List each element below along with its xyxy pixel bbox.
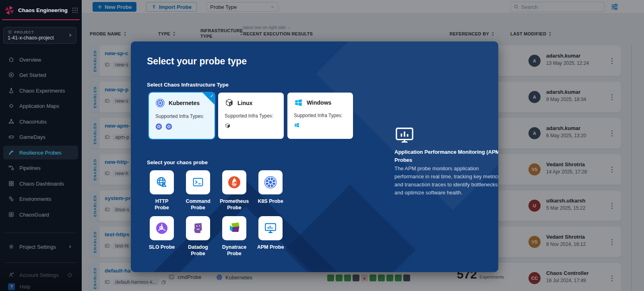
- help-icon: ?: [8, 283, 15, 290]
- sidebar-item-help[interactable]: ? Help: [8, 283, 31, 290]
- kubernetes-icon: [155, 98, 165, 108]
- lock-shield-icon: [8, 211, 14, 218]
- probe-tile-datadog[interactable]: Datadog Probe: [180, 216, 216, 257]
- sidebar-item-chaosguard[interactable]: ChaosGuard: [3, 208, 78, 221]
- project-name: 1-41-x-chaos-project: [8, 35, 72, 41]
- infra-section-label: Select Chaos Infrastructure Type: [147, 82, 229, 88]
- probe-tiles-row-1: HTTP Probe Command Probe Prometheus Prob…: [144, 170, 288, 211]
- info-icon: [67, 272, 72, 278]
- sidebar-item-chaoshubs[interactable]: ChaosHubs: [3, 115, 78, 128]
- project-selector[interactable]: PROJECT 1-41-x-chaos-project: [3, 27, 76, 44]
- terminal-icon: [186, 170, 210, 194]
- supported-infra-icons: [294, 122, 347, 128]
- sidebar-item-chaos-experiments[interactable]: Chaos Experiments: [3, 84, 78, 97]
- probe-tile-slo[interactable]: SLO Probe: [144, 216, 180, 257]
- windows-icon: [294, 122, 300, 128]
- account-gear-icon: [8, 272, 14, 278]
- probe-detail-title: Application Performance Monitoring (APM)…: [394, 148, 498, 164]
- gear-icon: [8, 244, 14, 250]
- apm-monitor-icon: [258, 216, 283, 240]
- kubernetes-icon: [155, 123, 162, 130]
- chevron-right-icon: [68, 244, 72, 249]
- sidebar-item-pipelines[interactable]: Pipelines: [3, 161, 78, 175]
- project-cube-icon: [8, 30, 12, 34]
- infra-card-kubernetes[interactable]: ✓ Kubernetes Supported Infra Types:: [149, 93, 215, 139]
- prometheus-icon: [222, 170, 246, 194]
- probe-tile-prometheus[interactable]: Prometheus Probe: [217, 170, 252, 211]
- dynatrace-icon: [222, 216, 246, 240]
- flask-icon: [8, 87, 14, 94]
- sidebar-item-overview[interactable]: Overview: [3, 53, 78, 66]
- supported-infra-icons: [225, 123, 277, 129]
- probe-tile-dynatrace[interactable]: Dynatrace Probe: [217, 216, 252, 257]
- apm-monitor-icon-large: [394, 126, 415, 146]
- supported-infra-icons: [155, 123, 208, 130]
- probe-tile-k8s[interactable]: K8S Probe: [253, 170, 288, 211]
- play-circle-icon: [8, 72, 14, 78]
- linux-icon: [225, 123, 231, 129]
- kubernetes-icon: [258, 170, 283, 194]
- sidebar-item-project-settings[interactable]: Project Settings: [3, 240, 78, 254]
- sidebar-divider: [4, 233, 76, 233]
- project-label: PROJECT: [14, 30, 34, 34]
- sidebar: Chaos Engineering PROJECT 1-41-x-chaos-p…: [0, 0, 82, 291]
- modal-pattern: [285, 184, 415, 272]
- http-globe-warning-icon: [150, 170, 174, 194]
- sidebar-item-chaos-dashboards[interactable]: Chaos Dashboards: [3, 177, 78, 190]
- diamond-icon: [8, 103, 14, 109]
- sidebar-divider: [4, 262, 76, 263]
- modal-title: Select your probe type: [147, 56, 247, 67]
- linux-icon: $: [225, 98, 234, 107]
- app-title: Chaos Engineering: [18, 7, 72, 13]
- datadog-icon: [186, 216, 210, 240]
- sidebar-item-gamedays[interactable]: GameDays: [3, 130, 78, 144]
- hub-nodes-icon: [8, 118, 14, 125]
- gamepad-icon: [8, 134, 14, 140]
- home-icon: [8, 56, 14, 63]
- sidebar-item-application-maps[interactable]: Application Maps: [3, 99, 78, 113]
- chevron-right-icon: [68, 33, 73, 38]
- infra-card-linux[interactable]: $ Linux Supported Infra Types:: [218, 93, 284, 139]
- kubernetes-icon: [165, 123, 172, 130]
- module-grid-icon[interactable]: [72, 7, 78, 14]
- pipelines-icon: [8, 165, 14, 171]
- probe-tile-http[interactable]: HTTP Probe: [144, 170, 180, 211]
- environments-icon: [8, 196, 14, 202]
- chaos-logo-icon: [4, 5, 15, 16]
- selected-check-icon: ✓: [202, 93, 215, 105]
- infra-card-windows[interactable]: Windows Supported Infra Types:: [287, 93, 353, 139]
- probe-detail-description: The APM probe monitors application perfo…: [394, 165, 498, 197]
- dashboard-grid-icon: [8, 180, 14, 187]
- sidebar-item-environments[interactable]: Environments: [3, 192, 78, 206]
- probe-tile-command[interactable]: Command Probe: [180, 170, 216, 211]
- chaos-engineering-app: New Probe Import Probe Probe Type PROBE …: [0, 0, 644, 291]
- infra-type-cards: ✓ Kubernetes Supported Infra Types: $ Li…: [149, 93, 353, 139]
- probe-tiles-row-2: SLO Probe Datadog Probe Dynatrace Probe …: [144, 216, 288, 257]
- sidebar-item-get-started[interactable]: Get Started: [3, 68, 78, 82]
- sidebar-item-account-settings[interactable]: Account Settings: [3, 268, 78, 282]
- brand-accent-rule: [2, 19, 80, 20]
- slo-icon: [150, 216, 174, 240]
- probe-section-label: Select your chaos probe: [147, 159, 208, 165]
- sidebar-item-resilience-probes[interactable]: Resilience Probes: [3, 146, 78, 159]
- probe-pipette-icon: [8, 149, 14, 156]
- probe-tile-apm[interactable]: APM Probe: [253, 216, 288, 257]
- windows-icon: [294, 98, 303, 107]
- select-probe-type-modal: Select your probe type Select Chaos Infr…: [131, 41, 498, 272]
